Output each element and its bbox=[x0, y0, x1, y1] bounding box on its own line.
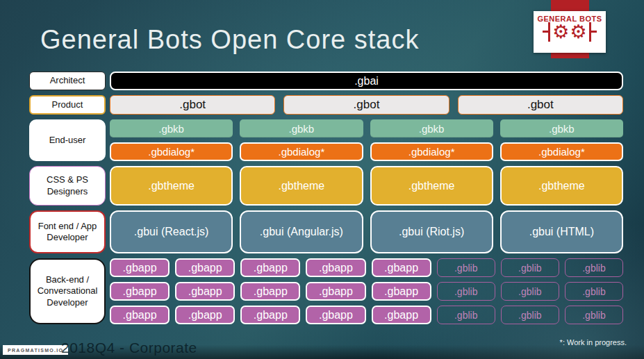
block-gbui-riot: .gbui (Riot.js) bbox=[370, 210, 493, 253]
gbkb-row: .gbkb .gbkb .gbkb .gbkb bbox=[110, 119, 623, 137]
block-gbapp: .gbapp bbox=[110, 258, 170, 277]
role-label-css-ps-designers: CSS & PS Designers bbox=[29, 166, 106, 206]
block-gbtheme: .gbtheme bbox=[240, 166, 363, 206]
page-title: General Bots Open Core stack bbox=[40, 25, 419, 55]
block-gbapp: .gbapp bbox=[110, 306, 170, 324]
block-gbtheme: .gbtheme bbox=[110, 166, 233, 206]
block-gbapp: .gbapp bbox=[306, 282, 365, 301]
role-label-product: Product bbox=[29, 95, 106, 115]
block-gbdialog: .gbdialog* bbox=[370, 142, 493, 161]
logo-bar-right bbox=[589, 22, 591, 42]
backend-row-3: .gbapp .gbapp .gbapp .gbapp .gbapp .gbli… bbox=[110, 306, 623, 324]
logo-gears: ⚙ ⚙ bbox=[547, 22, 592, 42]
gear-icon: ⚙ bbox=[570, 22, 587, 42]
block-gbkb: .gbkb bbox=[240, 119, 363, 137]
block-gbui-react: .gbui (React.js) bbox=[110, 210, 233, 253]
block-gbapp: .gbapp bbox=[240, 258, 300, 277]
gbui-row: .gbui (React.js) .gbui (Angular.js) .gbu… bbox=[110, 210, 623, 253]
slide: General Bots Open Core stack GENERAL BOT… bbox=[0, 0, 644, 359]
block-gbot: .gbot bbox=[458, 95, 623, 115]
gear-icon: ⚙ bbox=[552, 22, 569, 42]
block-gblib: .gblib bbox=[501, 306, 559, 324]
block-gbapp: .gbapp bbox=[306, 306, 365, 324]
block-gblib: .gblib bbox=[501, 258, 559, 277]
block-gbapp: .gbapp bbox=[372, 282, 431, 301]
block-gbapp: .gbapp bbox=[240, 306, 300, 324]
footer-brand: PRAGMATISMO.IO bbox=[3, 345, 68, 355]
gbtheme-row: .gbtheme .gbtheme .gbtheme .gbtheme bbox=[110, 166, 623, 206]
gbdialog-row: .gbdialog* .gbdialog* .gbdialog* .gbdial… bbox=[110, 142, 623, 161]
block-gbapp: .gbapp bbox=[372, 306, 431, 324]
block-gbapp: .gbapp bbox=[306, 258, 365, 277]
logo-bar-left bbox=[548, 22, 550, 42]
block-gbkb: .gbkb bbox=[370, 119, 493, 137]
gbot-row: .gbot .gbot .gbot bbox=[110, 95, 623, 115]
block-gblib: .gblib bbox=[437, 258, 495, 277]
gbai-row: .gbai bbox=[110, 72, 623, 90]
footer-caption: 2018Q4 - Corporate bbox=[61, 340, 197, 356]
block-gbot: .gbot bbox=[283, 95, 449, 115]
block-gblib: .gblib bbox=[437, 306, 495, 324]
role-label-frontend-app-developer: Font end / App Developer bbox=[29, 210, 106, 253]
block-gbkb: .gbkb bbox=[500, 119, 623, 137]
role-label-architect: Architect bbox=[29, 72, 106, 90]
block-gbapp: .gbapp bbox=[372, 258, 431, 277]
stack-diagram: Architect Product End-user CSS & PS Desi… bbox=[29, 72, 623, 324]
block-gbui-angular: .gbui (Angular.js) bbox=[240, 210, 363, 253]
block-gblib: .gblib bbox=[565, 282, 623, 301]
block-gblib: .gblib bbox=[565, 306, 623, 324]
backend-row-2: .gbapp .gbapp .gbapp .gbapp .gbapp .gbli… bbox=[110, 282, 623, 301]
block-gblib: .gblib bbox=[501, 282, 559, 301]
footnote-work-in-progress: *: Work in progress. bbox=[560, 338, 627, 347]
block-gbapp: .gbapp bbox=[175, 258, 235, 277]
role-label-backend-conversational-developer: Back-end / Conversational Developer bbox=[29, 258, 106, 324]
logo-card: GENERAL BOTS ⚙ ⚙ bbox=[534, 11, 606, 53]
block-gbapp: .gbapp bbox=[175, 306, 235, 324]
block-gbdialog: .gbdialog* bbox=[110, 142, 233, 161]
block-gblib: .gblib bbox=[437, 282, 495, 301]
block-gbtheme: .gbtheme bbox=[370, 166, 493, 206]
block-gbai: .gbai bbox=[110, 72, 623, 90]
block-gbtheme: .gbtheme bbox=[500, 166, 623, 206]
backend-row-1: .gbapp .gbapp .gbapp .gbapp .gbapp .gbli… bbox=[110, 258, 623, 277]
block-gbdialog: .gbdialog* bbox=[240, 142, 363, 161]
block-gblib: .gblib bbox=[565, 258, 623, 277]
block-gbapp: .gbapp bbox=[175, 282, 235, 301]
block-gbapp: .gbapp bbox=[110, 282, 170, 301]
block-gbkb: .gbkb bbox=[110, 119, 233, 137]
block-gbot: .gbot bbox=[110, 95, 275, 115]
role-label-end-user: End-user bbox=[29, 119, 106, 161]
block-gbapp: .gbapp bbox=[240, 282, 300, 301]
block-gbui-html: .gbui (HTML) bbox=[500, 210, 623, 253]
block-gbdialog: .gbdialog* bbox=[500, 142, 623, 161]
